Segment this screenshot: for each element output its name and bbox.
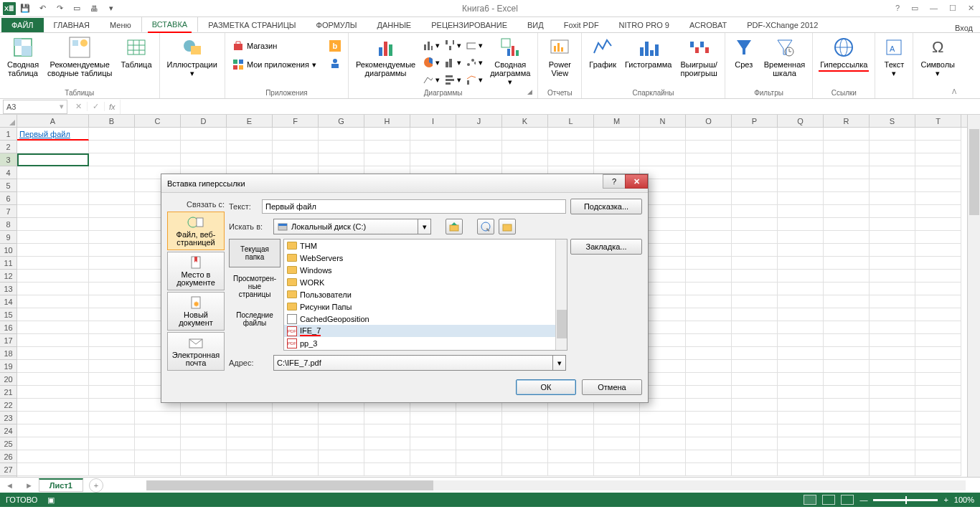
cell[interactable] (17, 192, 89, 205)
cell[interactable] (273, 412, 319, 424)
cell[interactable] (89, 334, 135, 347)
row-header[interactable]: 11 (0, 257, 17, 270)
tab-pdfx[interactable]: PDF-XChange 2012 (737, 18, 828, 32)
cell[interactable] (89, 360, 135, 373)
cell[interactable] (915, 450, 961, 463)
cell[interactable] (89, 153, 135, 166)
cell[interactable] (732, 231, 778, 244)
file-list-item[interactable]: PDFIFE_7 (284, 325, 567, 337)
cell[interactable] (410, 153, 456, 166)
select-all-button[interactable] (0, 115, 17, 128)
cell[interactable] (89, 128, 135, 141)
cell[interactable] (89, 386, 135, 399)
chart-combo-button[interactable]: ▾ (464, 72, 484, 87)
cell[interactable] (640, 412, 686, 424)
column-header[interactable]: L (548, 115, 594, 127)
cell[interactable] (17, 231, 89, 244)
cell[interactable] (364, 153, 410, 166)
cell[interactable] (824, 347, 870, 360)
cell[interactable] (686, 399, 732, 412)
cell[interactable] (17, 205, 89, 218)
cell[interactable] (824, 179, 870, 192)
row-header[interactable]: 20 (0, 373, 17, 386)
cell[interactable] (870, 463, 915, 476)
cell[interactable] (135, 437, 181, 450)
column-header[interactable]: E (227, 115, 273, 127)
illustrations-button[interactable]: Иллюстрации▾ (164, 34, 220, 79)
cell[interactable] (824, 270, 870, 283)
cell[interactable] (364, 412, 410, 424)
pivot-chart-button[interactable]: Сводная диаграмма▾ (487, 34, 533, 87)
cell[interactable] (732, 424, 778, 437)
cell[interactable] (364, 437, 410, 450)
cell[interactable] (870, 244, 915, 257)
column-header[interactable]: B (89, 115, 135, 127)
cell[interactable] (17, 270, 89, 283)
screentip-button[interactable]: Подсказка... (570, 199, 642, 214)
cell[interactable] (17, 412, 89, 424)
cell[interactable] (778, 179, 824, 192)
chart-pie-button[interactable]: ▾ (421, 54, 441, 70)
cell[interactable] (227, 424, 273, 437)
cell[interactable] (17, 424, 89, 437)
cell[interactable] (732, 257, 778, 270)
cell[interactable] (135, 424, 181, 437)
recent-files-button[interactable]: Последние файлы (229, 305, 281, 333)
row-header[interactable]: 24 (0, 424, 17, 437)
cell[interactable] (89, 412, 135, 424)
cell[interactable] (824, 334, 870, 347)
cell[interactable] (364, 450, 410, 463)
cell[interactable] (870, 424, 915, 437)
store-button[interactable]: Магазин (230, 39, 319, 53)
column-header[interactable]: K (502, 115, 548, 127)
cell[interactable] (319, 128, 364, 141)
cell[interactable] (778, 437, 824, 450)
cell[interactable] (778, 347, 824, 360)
cell[interactable] (732, 205, 778, 218)
cell[interactable] (686, 308, 732, 321)
file-list-scrollbar[interactable] (555, 239, 567, 350)
cell[interactable] (456, 128, 502, 141)
cell[interactable] (17, 373, 89, 386)
cell[interactable] (456, 412, 502, 424)
cell[interactable] (548, 450, 594, 463)
tab-acrobat[interactable]: ACROBAT (679, 18, 737, 32)
cell[interactable] (548, 463, 594, 476)
cell[interactable] (732, 244, 778, 257)
column-header[interactable]: T (915, 115, 961, 127)
cell[interactable] (915, 412, 961, 424)
cell[interactable] (824, 373, 870, 386)
cell[interactable] (181, 128, 227, 141)
cell[interactable] (319, 437, 364, 450)
cell[interactable] (824, 283, 870, 295)
cell[interactable] (17, 334, 89, 347)
row-header[interactable]: 17 (0, 334, 17, 347)
cell[interactable] (181, 463, 227, 476)
cell[interactable] (456, 424, 502, 437)
cell[interactable] (17, 386, 89, 399)
column-header[interactable]: G (319, 115, 364, 127)
vertical-scrollbar[interactable] (967, 115, 980, 477)
cell[interactable] (89, 437, 135, 450)
cell[interactable] (824, 244, 870, 257)
row-header[interactable]: 10 (0, 244, 17, 257)
cell[interactable] (273, 424, 319, 437)
formula-input[interactable] (120, 100, 980, 114)
cell[interactable] (594, 463, 640, 476)
undo-icon[interactable]: ↶ (34, 1, 50, 16)
cell[interactable] (640, 424, 686, 437)
cell[interactable] (824, 166, 870, 179)
ok-button[interactable]: ОК (516, 379, 576, 395)
cell[interactable] (17, 321, 89, 334)
row-header[interactable]: 5 (0, 179, 17, 192)
browsed-pages-button[interactable]: Просмотрен- ные страницы (229, 269, 281, 303)
cell[interactable] (870, 386, 915, 399)
row-header[interactable]: 12 (0, 270, 17, 283)
cell[interactable] (594, 128, 640, 141)
tab-menu[interactable]: Меню (100, 18, 141, 32)
cell[interactable] (89, 347, 135, 360)
row-header[interactable]: 18 (0, 347, 17, 360)
cell[interactable] (732, 360, 778, 373)
column-header[interactable]: H (364, 115, 410, 127)
file-list-item[interactable]: Windows (284, 264, 567, 276)
